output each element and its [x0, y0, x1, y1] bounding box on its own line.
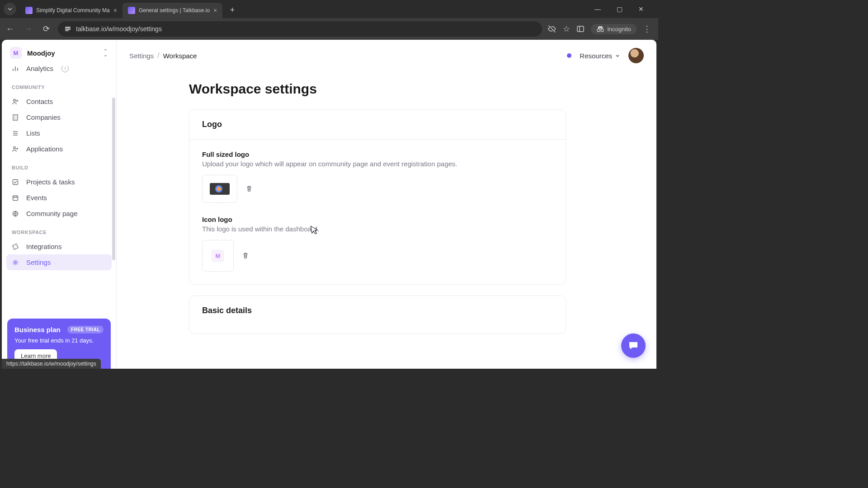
sidebar-section-workspace: WORKSPACE — [6, 221, 112, 239]
delete-full-logo-button[interactable] — [245, 185, 253, 192]
svg-rect-0 — [65, 27, 71, 28]
site-settings-icon — [64, 25, 71, 33]
bookmark-icon[interactable]: ☆ — [563, 24, 570, 34]
browser-tab-active[interactable]: General settings | Talkbase.io × — [123, 3, 222, 18]
svg-point-7 — [14, 99, 16, 101]
page-title: Workspace settings — [117, 77, 656, 109]
trash-icon — [245, 185, 253, 192]
svg-rect-3 — [577, 26, 584, 32]
chat-icon — [627, 340, 639, 352]
card-header-basic-details: Basic details — [189, 296, 566, 315]
breadcrumb-root[interactable]: Settings — [129, 52, 154, 60]
check-square-icon — [12, 178, 20, 186]
chart-icon — [12, 66, 20, 72]
user-plus-icon — [12, 145, 20, 153]
svg-rect-1 — [65, 28, 71, 30]
sidebar-item-applications[interactable]: Applications — [6, 141, 112, 157]
icon-logo-label: Icon logo — [202, 216, 553, 223]
user-avatar[interactable] — [628, 48, 644, 63]
content-scroll: Workspace settings Logo Full sized logo … — [117, 71, 656, 369]
tab-strip: Simplify Digital Community Ma × General … — [0, 0, 658, 18]
full-logo-upload[interactable] — [202, 175, 237, 203]
incognito-badge[interactable]: Incognito — [591, 24, 637, 34]
svg-rect-9 — [13, 115, 18, 120]
sidebar: M Moodjoy ⌃⌄ Analytics i COMMUNITY Conta… — [2, 40, 117, 369]
sidebar-item-settings[interactable]: Settings — [6, 254, 112, 270]
icon-logo-description: This logo is used within the dashboard. — [202, 225, 553, 233]
card-header-logo: Logo — [189, 110, 566, 140]
sidebar-item-label: Lists — [26, 129, 40, 137]
browser-menu-icon[interactable]: ⋮ — [643, 24, 651, 34]
maximize-button[interactable]: ▢ — [611, 5, 627, 13]
incognito-icon — [596, 26, 604, 32]
breadcrumb-separator: / — [157, 52, 159, 60]
building-icon — [12, 114, 20, 121]
full-logo-image — [210, 183, 230, 195]
puzzle-icon — [12, 243, 20, 250]
svg-point-8 — [16, 100, 18, 101]
sidebar-item-label: Applications — [26, 145, 63, 153]
sidebar-item-analytics[interactable]: Analytics i — [6, 66, 112, 76]
sidebar-section-build: BUILD — [6, 157, 112, 174]
sidebar-item-label: Projects & tasks — [26, 178, 75, 186]
workspace-name: Moodjoy — [27, 49, 98, 57]
sidebar-item-contacts[interactable]: Contacts — [6, 94, 112, 109]
trial-subtitle: Your free trial ends in 21 days. — [14, 337, 104, 344]
status-bar: https://talkbase.io/w/moodjoy/settings — [2, 359, 101, 369]
tab-favicon — [128, 7, 135, 14]
icon-logo-letter: M — [212, 249, 224, 262]
sidebar-section-community: COMMUNITY — [6, 76, 112, 94]
app-viewport: M Moodjoy ⌃⌄ Analytics i COMMUNITY Conta… — [2, 40, 656, 369]
icon-logo-upload[interactable]: M — [202, 240, 234, 272]
resources-dropdown[interactable]: Resources — [580, 52, 620, 60]
full-logo-description: Upload your logo which will appear on co… — [202, 160, 553, 168]
back-button[interactable]: ← — [4, 24, 16, 34]
tab-favicon — [25, 7, 33, 14]
chat-widget-button[interactable] — [621, 333, 646, 358]
reload-button[interactable]: ⟳ — [40, 24, 52, 34]
notification-dot[interactable] — [567, 53, 571, 58]
trash-icon — [242, 252, 249, 259]
svg-point-5 — [597, 29, 600, 32]
trial-badge: FREE TRIAL — [67, 326, 104, 333]
sidebar-item-events[interactable]: Events — [6, 190, 112, 206]
tab-search-button[interactable] — [4, 3, 16, 15]
svg-rect-12 — [13, 196, 18, 200]
incognito-label: Incognito — [607, 26, 631, 33]
calendar-icon — [12, 194, 20, 202]
chevron-down-icon — [615, 53, 620, 58]
url-input[interactable]: talkbase.io/w/moodjoy/settings — [58, 21, 542, 37]
sidebar-item-lists[interactable]: Lists — [6, 125, 112, 141]
workspace-initial-badge: M — [10, 47, 22, 59]
sidebar-item-companies[interactable]: Companies — [6, 109, 112, 125]
sidebar-item-label: Events — [26, 194, 47, 202]
eye-off-icon[interactable] — [547, 24, 557, 33]
svg-rect-2 — [65, 30, 69, 31]
svg-point-14 — [14, 262, 16, 263]
sidebar-item-label: Companies — [26, 113, 61, 121]
svg-rect-11 — [13, 179, 18, 184]
side-panel-icon[interactable] — [576, 25, 585, 33]
close-window-button[interactable]: ✕ — [633, 5, 649, 13]
breadcrumb-current: Workspace — [163, 52, 197, 60]
sidebar-item-community-page[interactable]: Community page — [6, 206, 112, 221]
list-icon — [12, 130, 20, 137]
sidebar-item-projects[interactable]: Projects & tasks — [6, 174, 112, 190]
basic-details-card: Basic details — [189, 296, 566, 334]
forward-button[interactable]: → — [22, 24, 34, 34]
browser-tab-inactive[interactable]: Simplify Digital Community Ma × — [20, 3, 123, 18]
main-content: Settings / Workspace Resources Workspace… — [117, 40, 656, 369]
sidebar-scrollbar[interactable] — [112, 98, 115, 260]
globe-icon — [12, 210, 20, 217]
logo-card: Logo Full sized logo Upload your logo wh… — [189, 109, 566, 285]
resources-label: Resources — [580, 52, 612, 60]
new-tab-button[interactable]: + — [226, 4, 239, 16]
minimize-button[interactable]: ― — [590, 5, 606, 13]
delete-icon-logo-button[interactable] — [242, 252, 249, 259]
tab-close-icon[interactable]: × — [213, 7, 217, 14]
trial-title: Business plan — [14, 326, 61, 333]
workspace-switcher[interactable]: M Moodjoy ⌃⌄ — [2, 40, 116, 66]
sidebar-item-integrations[interactable]: Integrations — [6, 239, 112, 254]
tab-title: Simplify Digital Community Ma — [36, 7, 110, 14]
tab-close-icon[interactable]: × — [113, 7, 117, 14]
